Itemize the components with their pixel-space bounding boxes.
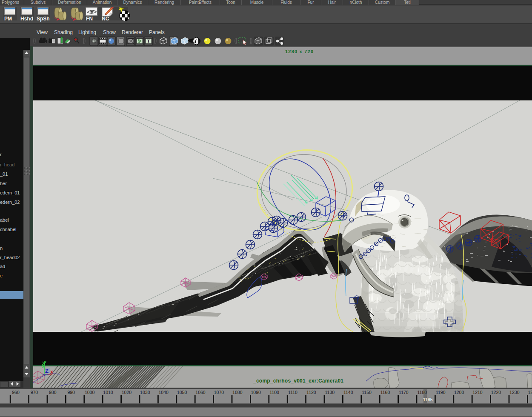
svg-text:1030: 1030 (140, 390, 150, 395)
svg-text:1000: 1000 (85, 390, 95, 395)
svg-text:1210: 1210 (472, 390, 483, 395)
svg-text:T: T (147, 38, 150, 43)
svg-text:1150: 1150 (362, 390, 372, 395)
svg-text:1190: 1190 (436, 390, 446, 395)
svg-text:990: 990 (67, 390, 75, 395)
svg-text:1080: 1080 (232, 390, 243, 395)
svg-text:960: 960 (12, 390, 20, 395)
svg-text:1185: 1185 (423, 397, 433, 402)
svg-text:1100: 1100 (269, 390, 279, 395)
svg-text:1070: 1070 (214, 390, 224, 395)
svg-text:1230: 1230 (509, 390, 520, 395)
svg-text:1130: 1130 (325, 390, 335, 395)
svg-text:1160: 1160 (380, 390, 390, 395)
svg-text:970: 970 (31, 390, 38, 395)
svg-text:1110: 1110 (288, 390, 297, 395)
svg-text:1090: 1090 (251, 390, 261, 395)
svg-text:Z: Z (45, 368, 49, 374)
svg-text:1120: 1120 (306, 390, 316, 395)
svg-text:_comp_chrhos_v001_exr:Camera01: _comp_chrhos_v001_exr:Camera01 (253, 378, 343, 384)
svg-text:1170: 1170 (399, 390, 409, 395)
svg-text:1200: 1200 (454, 390, 464, 395)
svg-text:1020: 1020 (122, 390, 132, 395)
svg-text:1060: 1060 (195, 390, 206, 395)
svg-text:1220: 1220 (491, 390, 501, 395)
svg-text:1040: 1040 (159, 390, 169, 395)
svg-text:x: x (50, 369, 53, 375)
svg-text:1010: 1010 (103, 390, 113, 395)
svg-text:1050: 1050 (177, 390, 187, 395)
svg-text:1280 x 720: 1280 x 720 (285, 49, 313, 54)
svg-text:1140: 1140 (343, 390, 353, 395)
svg-text:1240: 1240 (528, 390, 532, 395)
svg-text:1180: 1180 (418, 390, 427, 395)
svg-text:980: 980 (49, 390, 57, 395)
